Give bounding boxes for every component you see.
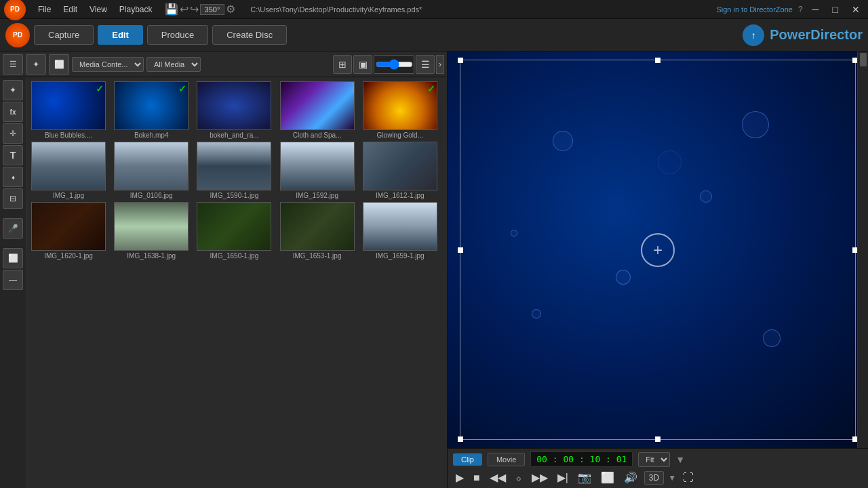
effects-tool[interactable]: ✦: [26, 54, 46, 75]
3d-button[interactable]: 3D: [644, 471, 664, 485]
media-item[interactable]: IMG_1659-1.jpg: [363, 202, 443, 260]
extra-tool2[interactable]: —: [3, 270, 23, 290]
media-item[interactable]: IMG_0106.jpg: [114, 142, 194, 199]
media-thumb: [31, 142, 106, 190]
create-disc-button[interactable]: Create Disc: [212, 25, 287, 45]
fit-dropdown[interactable]: Fit: [638, 452, 670, 467]
thumb-size-slider[interactable]: [376, 59, 413, 70]
transitions-tool[interactable]: ⬜: [49, 54, 69, 75]
app-title: ↑ PowerDirector: [743, 24, 863, 46]
mark-out-button[interactable]: ▶|: [555, 470, 571, 485]
media-items-grid: ✓ Blue Bubbles.... ✓ Bokeh.mp4: [31, 81, 443, 260]
fx-tool[interactable]: fx: [3, 102, 23, 122]
filmstrip-view-icon[interactable]: ▣: [353, 55, 372, 74]
media-thumb: [114, 142, 189, 190]
file-path: C:\Users\Tony\Desktop\Productivity\Keyfr…: [250, 5, 422, 14]
main-content: ☰ ✦ ⬜ Media Conte... All Media ⊞ ▣ ☰ ›: [0, 52, 868, 488]
timecode-display: 00 : 00 : 10 : 01: [530, 451, 633, 467]
media-label: Cloth and Spa...: [280, 131, 355, 139]
preview-scrollbar[interactable]: [857, 52, 868, 448]
view-icons: ⊞ ▣ ☰ ›: [333, 55, 444, 74]
list-view-icon[interactable]: ☰: [416, 55, 435, 74]
size-slider[interactable]: [374, 55, 414, 74]
menu-edit[interactable]: Edit: [58, 3, 83, 16]
media-item[interactable]: IMG_1638-1.jpg: [114, 202, 194, 260]
media-label: Bokeh.mp4: [114, 131, 189, 139]
maximize-button[interactable]: □: [829, 4, 842, 15]
media-thumb: ✓: [31, 81, 106, 130]
media-label: IMG_0106.jpg: [114, 192, 189, 199]
media-item[interactable]: bokeh_and_ra...: [197, 81, 277, 139]
menu-view[interactable]: View: [84, 3, 113, 16]
app-icon-toolbar: PD: [5, 23, 30, 47]
capture-button[interactable]: Capture: [34, 25, 94, 45]
media-item[interactable]: IMG_1612-1.jpg: [363, 142, 443, 199]
media-item[interactable]: IMG_1620-1.jpg: [31, 202, 111, 260]
app-icon-right: ↑: [743, 24, 764, 46]
extra-tool1[interactable]: ⬜: [3, 248, 23, 268]
produce-button[interactable]: Produce: [147, 25, 208, 45]
movie-button[interactable]: Movie: [488, 453, 525, 466]
edit-button[interactable]: Edit: [98, 25, 143, 45]
media-label: Blue Bubbles....: [31, 131, 106, 139]
fast-forward-button[interactable]: ▶▶: [529, 470, 551, 485]
media-item[interactable]: IMG_1650-1.jpg: [197, 202, 277, 260]
grid-tool[interactable]: ⊟: [3, 188, 23, 209]
preview-display: +: [448, 52, 868, 448]
fullscreen-button[interactable]: ⛶: [680, 470, 696, 485]
media-label: IMG_1.jpg: [31, 192, 106, 199]
text-tool[interactable]: T: [3, 145, 23, 165]
clip-movie-bar: Clip Movie 00 : 00 : 10 : 01 Fit ▼: [453, 451, 863, 467]
media-thumb: [280, 202, 355, 251]
media-label: IMG_1620-1.jpg: [31, 252, 106, 260]
media-side-tools: ✦ fx ✛ T ⬧ ⊟ 🎤 ⬜ —: [0, 77, 27, 488]
media-item[interactable]: ✓ Glowing Gold...: [363, 81, 443, 139]
media-tool[interactable]: ☰: [3, 54, 23, 75]
snapshot-button[interactable]: 📷: [575, 470, 594, 485]
audio-button[interactable]: 🔊: [621, 470, 640, 485]
media-thumb: [114, 202, 189, 251]
prev-frame-button[interactable]: ◀◀: [487, 470, 509, 485]
stop-button[interactable]: ■: [471, 470, 483, 485]
media-item[interactable]: ✓ Blue Bubbles....: [31, 81, 111, 139]
media-label: IMG_1612-1.jpg: [363, 192, 437, 199]
grid-view-icon[interactable]: ⊞: [333, 55, 352, 74]
panel-collapse-btn[interactable]: ›: [436, 55, 444, 74]
media-filter-dropdown[interactable]: All Media: [146, 57, 201, 72]
media-grid: ✓ Blue Bubbles.... ✓ Bokeh.mp4: [27, 77, 447, 488]
media-label: Glowing Gold...: [363, 131, 437, 139]
sign-in-link[interactable]: Sign in to DirectorZone: [716, 5, 793, 14]
media-item[interactable]: ✓ Bokeh.mp4: [114, 81, 194, 139]
media-label: IMG_1592.jpg: [280, 192, 355, 199]
play-button[interactable]: ▶: [453, 470, 467, 485]
app-logo: PD: [4, 0, 26, 20]
media-label: IMG_1590-1.jpg: [197, 192, 271, 199]
menu-playback[interactable]: Playback: [114, 3, 158, 16]
main-toolbar: PD Capture Edit Produce Create Disc ↑ Po…: [0, 19, 868, 52]
cursor-tool[interactable]: ✦: [3, 80, 23, 100]
mic-tool[interactable]: 🎤: [3, 218, 23, 239]
menu-bar: PD File Edit View Playback 💾 ↩ ↪ 350° ⚙ …: [0, 0, 868, 19]
media-area: ✦ fx ✛ T ⬧ ⊟ 🎤 ⬜ — ✓: [0, 77, 447, 488]
media-label: bokeh_and_ra...: [197, 131, 271, 139]
move-tool[interactable]: ✛: [3, 123, 23, 144]
media-item[interactable]: IMG_1590-1.jpg: [197, 142, 277, 199]
menu-file[interactable]: File: [33, 3, 56, 16]
left-panel: ☰ ✦ ⬜ Media Conte... All Media ⊞ ▣ ☰ ›: [0, 52, 448, 488]
clip-button[interactable]: Clip: [453, 453, 482, 466]
media-item[interactable]: IMG_1592.jpg: [280, 142, 360, 199]
minimize-button[interactable]: ─: [808, 4, 823, 15]
media-item[interactable]: IMG_1653-1.jpg: [280, 202, 360, 260]
right-panel: + Clip Movie 00 : 00 : 10 : 01 Fit ▼ ▶: [448, 52, 868, 488]
media-item[interactable]: Cloth and Spa...: [280, 81, 360, 139]
media-label: IMG_1638-1.jpg: [114, 252, 189, 260]
media-item[interactable]: IMG_1.jpg: [31, 142, 111, 199]
output-button[interactable]: ⬜: [598, 470, 617, 485]
media-thumb: [363, 142, 437, 190]
mask-tool[interactable]: ⬧: [3, 167, 23, 187]
close-button[interactable]: ✕: [848, 4, 864, 15]
mark-in-button[interactable]: ⬦: [513, 470, 525, 485]
content-type-dropdown[interactable]: Media Conte...: [72, 57, 144, 72]
preview-controls: Clip Movie 00 : 00 : 10 : 01 Fit ▼ ▶ ■ ◀…: [448, 448, 868, 488]
media-label: IMG_1653-1.jpg: [280, 252, 355, 260]
